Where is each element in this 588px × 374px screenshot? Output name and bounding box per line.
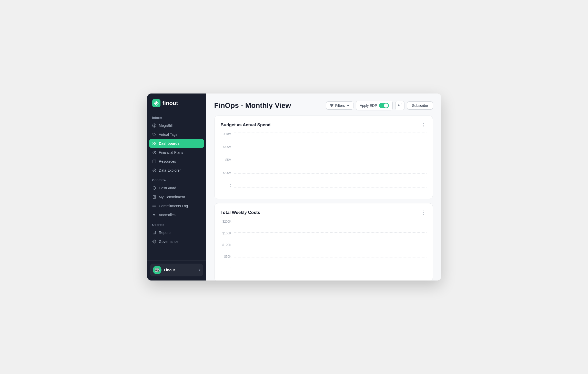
weekly-bar-chart: $200K $150K $100K $50K 0: [221, 220, 427, 276]
apply-edp-container: Apply EDP: [356, 101, 393, 110]
sidebar-item-label-governance: Governance: [159, 240, 178, 244]
sidebar-item-label-my-commitment: My Commitment: [159, 195, 185, 199]
user-name: Finout: [164, 268, 196, 272]
apply-edp-label: Apply EDP: [360, 103, 377, 108]
sidebar-item-label-resources: Resources: [159, 159, 176, 163]
page-header: FinOps - Monthly View Filters Apply EDP: [214, 101, 433, 110]
sidebar-item-governance[interactable]: Governance: [149, 237, 204, 246]
sidebar-item-resources[interactable]: Resources: [149, 157, 204, 166]
logo-icon: [152, 99, 160, 107]
sidebar-item-dashboards[interactable]: Dashboards: [149, 139, 204, 148]
settings-icon: [152, 240, 156, 244]
svg-rect-12: [153, 195, 156, 199]
logo: finout: [147, 94, 206, 112]
budget-bar-chart: $10M $7.5M $5M $2.5M 0: [221, 132, 427, 194]
y-label-100k: $100K: [221, 243, 234, 247]
weekly-chart-card: Total Weekly Costs ⋮ $200K $150K $100K $…: [214, 203, 433, 280]
weekly-y-axis: $200K $150K $100K $50K 0: [221, 220, 234, 276]
svg-rect-8: [153, 160, 156, 163]
y-label-0-weekly: 0: [221, 266, 234, 270]
svg-rect-4: [153, 142, 154, 143]
sidebar-item-reports[interactable]: Reports: [149, 228, 204, 237]
sidebar-item-label-anomalies: Anomalies: [159, 213, 176, 217]
file-text-icon: [152, 231, 156, 235]
sidebar-item-my-commitment[interactable]: My Commitment: [149, 193, 204, 201]
filter-icon: [330, 104, 333, 107]
sidebar-item-label-dashboards: Dashboards: [159, 141, 180, 146]
user-menu[interactable]: 🦝 Finout ▾: [150, 264, 203, 276]
filters-button[interactable]: Filters: [326, 101, 353, 110]
sidebar-item-label-virtual-tags: Virtual Tags: [159, 132, 178, 137]
tag-icon: [152, 132, 156, 137]
sidebar-item-costguard[interactable]: CostGuard: [149, 184, 204, 192]
budget-chart-area: [234, 132, 427, 194]
table-icon: [152, 159, 156, 163]
budget-bars-container: [234, 132, 427, 188]
svg-point-1: [155, 102, 157, 104]
logo-text: finout: [163, 100, 178, 107]
chevron-down-icon: [347, 104, 350, 107]
refresh-icon: [398, 103, 402, 108]
subscribe-label: Subscribe: [412, 103, 428, 108]
filters-label: Filters: [335, 103, 345, 108]
section-label-optimize: Optimize: [149, 175, 204, 184]
sidebar-navigation: Inform MegaBill Virtual Tags: [147, 112, 206, 260]
dollar-circle-icon: [152, 123, 156, 128]
y-label-10m: $10M: [221, 132, 234, 136]
shield-icon: [152, 186, 156, 190]
app-container: finout Inform MegaBill Virtual Tags: [147, 94, 441, 280]
chart-header-budget: Budget vs Actual Spend ⋮: [221, 122, 427, 128]
sidebar: finout Inform MegaBill Virtual Tags: [147, 94, 206, 280]
chart-title-weekly: Total Weekly Costs: [221, 210, 260, 215]
sidebar-item-label-reports: Reports: [159, 231, 171, 235]
svg-point-25: [154, 241, 155, 242]
svg-rect-21: [153, 231, 156, 234]
activity-icon: [152, 213, 156, 217]
user-avatar: 🦝: [153, 266, 161, 274]
budget-chart-menu[interactable]: ⋮: [421, 122, 427, 128]
chart-header-weekly: Total Weekly Costs ⋮: [221, 210, 427, 216]
weekly-chart-menu[interactable]: ⋮: [421, 210, 427, 216]
y-label-200k: $200K: [221, 220, 234, 223]
sidebar-item-data-explorer[interactable]: Data Explorer: [149, 166, 204, 175]
grid-icon: [152, 141, 156, 146]
compass-icon: [152, 168, 156, 172]
budget-y-axis: $10M $7.5M $5M $2.5M 0: [221, 132, 234, 194]
apply-edp-toggle[interactable]: [379, 103, 389, 108]
file-icon: [152, 195, 156, 199]
section-label-operate: Operate: [149, 220, 204, 228]
page-title: FinOps - Monthly View: [214, 101, 291, 110]
sidebar-item-financial-plans[interactable]: Financial Plans: [149, 148, 204, 157]
sidebar-item-virtual-tags[interactable]: Virtual Tags: [149, 130, 204, 139]
budget-chart-card: Budget vs Actual Spend ⋮ $10M $7.5M $5M …: [214, 116, 433, 199]
y-label-2.5m: $2.5M: [221, 171, 234, 175]
y-label-5m: $5M: [221, 158, 234, 162]
chart-title-budget: Budget vs Actual Spend: [221, 122, 271, 128]
sidebar-item-label-data-explorer: Data Explorer: [159, 168, 181, 172]
sidebar-item-label-financial-plans: Financial Plans: [159, 150, 183, 154]
main-content: FinOps - Monthly View Filters Apply EDP: [206, 94, 441, 280]
sidebar-footer: 🦝 Finout ▾: [147, 260, 206, 280]
sidebar-item-commitments-log[interactable]: Commitments Log: [149, 202, 204, 210]
toggle-thumb: [384, 103, 388, 108]
chart-pie-icon: [152, 150, 156, 154]
sidebar-item-anomalies[interactable]: Anomalies: [149, 211, 204, 219]
y-label-7.5m: $7.5M: [221, 145, 234, 149]
list-icon: [152, 204, 156, 208]
subscribe-button[interactable]: Subscribe: [407, 101, 433, 110]
svg-rect-7: [155, 144, 156, 145]
section-label-inform: Inform: [149, 112, 204, 121]
svg-point-3: [153, 134, 154, 134]
y-label-0: 0: [221, 184, 234, 188]
weekly-bars-container: [234, 220, 427, 270]
sidebar-item-label-costguard: CostGuard: [159, 186, 176, 190]
y-label-50k: $50K: [221, 255, 234, 258]
svg-rect-5: [155, 142, 156, 143]
sidebar-item-megabill[interactable]: MegaBill: [149, 121, 204, 130]
sidebar-item-label-megabill: MegaBill: [159, 123, 173, 128]
refresh-button[interactable]: [395, 101, 404, 110]
header-actions: Filters Apply EDP: [326, 101, 433, 110]
chevron-down-icon: ▾: [199, 268, 200, 272]
svg-rect-6: [153, 144, 154, 145]
weekly-chart-area: [234, 220, 427, 276]
